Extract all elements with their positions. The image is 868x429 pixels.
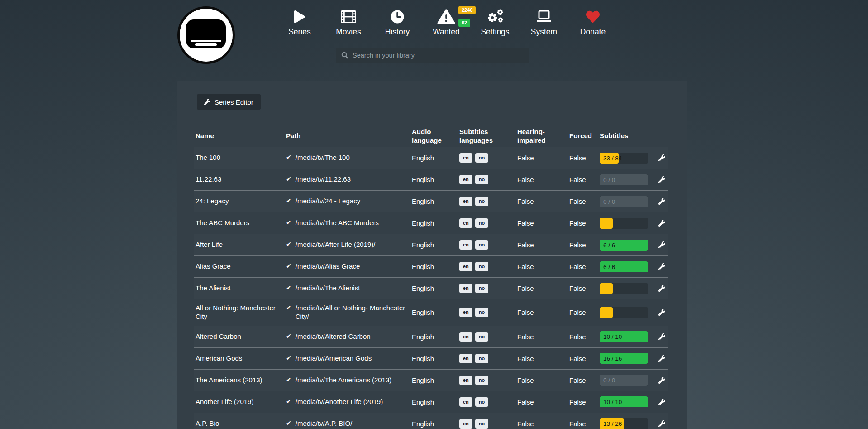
series-name: American Gods — [194, 354, 286, 363]
table-row: Altered Carbon ✔ /media/tv/Altered Carbo… — [194, 326, 668, 347]
series-path-cell: ✔ /media/tv/The Alienist — [286, 284, 412, 293]
header-forced: Forced — [569, 131, 600, 140]
play-icon — [293, 7, 306, 26]
subtitles-progress-bar: 10 / 10 — [600, 396, 648, 407]
series-name: The ABC Murders — [194, 219, 286, 227]
wrench-icon — [658, 377, 665, 384]
nav-item-settings[interactable]: Settings — [471, 7, 520, 37]
subtitles-progress-bar: 13 / 26 — [600, 418, 648, 429]
table-row: American Gods ✔ /media/tv/American Gods … — [194, 347, 668, 369]
edit-series-button[interactable] — [658, 333, 665, 340]
laptop-icon — [535, 7, 553, 26]
table-row: 24: Legacy ✔ /media/tv/24 - Legacy Engli… — [194, 190, 668, 212]
edit-series-button[interactable] — [658, 399, 665, 405]
language-badge: no — [475, 153, 488, 163]
wrench-icon — [204, 99, 210, 105]
edit-series-button[interactable] — [658, 355, 665, 362]
subtitles-progress-bar — [600, 283, 648, 294]
nav-item-series[interactable]: Series — [275, 7, 324, 37]
hearing-impaired-value: False — [517, 263, 569, 270]
nav-item-history[interactable]: History — [373, 7, 422, 37]
audio-language: English — [412, 241, 459, 249]
forced-value: False — [569, 219, 600, 227]
series-editor-button[interactable]: Series Editor — [197, 94, 261, 110]
table-row: The Americans (2013) ✔ /media/tv/The Ame… — [194, 369, 668, 391]
main-nav: Series Movies History — [275, 7, 617, 37]
subtitle-language-badges: enno — [459, 175, 517, 184]
forced-value: False — [569, 355, 600, 362]
forced-value: False — [569, 308, 600, 316]
series-path: /media/tv/Altered Carbon — [296, 333, 371, 341]
table-row: All or Nothing: Manchester City ✔ /media… — [194, 299, 668, 326]
subtitle-language-badges: enno — [459, 332, 517, 342]
series-path-cell: ✔ /media/tv/11.22.63 — [286, 175, 412, 184]
subtitles-progress-bar: 0 / 0 — [600, 174, 648, 185]
series-name: The Alienist — [194, 284, 286, 293]
bazarr-logo[interactable] — [177, 6, 235, 64]
check-icon: ✔ — [286, 333, 291, 341]
audio-language: English — [412, 355, 459, 362]
edit-series-button[interactable] — [658, 198, 665, 205]
library-search — [336, 48, 529, 63]
hearing-impaired-value: False — [517, 284, 569, 292]
language-badge: en — [459, 376, 472, 385]
subtitle-language-badges: enno — [459, 419, 517, 429]
series-path: /media/tv/After Life (2019)/ — [296, 241, 376, 249]
check-icon: ✔ — [286, 376, 291, 384]
subtitle-language-badges: enno — [459, 397, 517, 407]
language-badge: no — [475, 419, 488, 429]
check-icon: ✔ — [286, 354, 291, 362]
clock-icon — [390, 7, 405, 26]
series-name: Alias Grace — [194, 262, 286, 271]
language-badge: en — [459, 175, 472, 184]
series-path: /media/tv/The Alienist — [296, 284, 360, 293]
edit-series-button[interactable] — [658, 263, 665, 270]
edit-series-button[interactable] — [658, 309, 665, 316]
audio-language: English — [412, 198, 459, 205]
edit-series-button[interactable] — [658, 377, 665, 384]
edit-series-button[interactable] — [658, 420, 665, 427]
subtitle-language-badges: enno — [459, 262, 517, 271]
wanted-movies-count-badge: 62 — [458, 19, 470, 27]
header-audio: Audio language — [412, 127, 459, 145]
wrench-icon — [658, 263, 665, 270]
hearing-impaired-value: False — [517, 176, 569, 183]
wrench-icon — [658, 198, 665, 205]
forced-value: False — [569, 154, 600, 162]
language-badge: no — [475, 284, 488, 293]
subtitles-progress-label: 13 / 26 — [603, 420, 622, 427]
audio-language: English — [412, 154, 459, 162]
language-badge: no — [475, 175, 488, 184]
series-editor-panel: Series Editor Name Path Audio language S… — [177, 81, 687, 429]
series-path: /media/tv/The 100 — [296, 154, 350, 162]
forced-value: False — [569, 420, 600, 428]
table-row: The Alienist ✔ /media/tv/The Alienist En… — [194, 277, 668, 299]
check-icon: ✔ — [286, 241, 291, 249]
series-path-cell: ✔ /media/tv/All or Nothing- Manchester C… — [286, 304, 412, 321]
subtitles-progress-label: 6 / 6 — [603, 241, 615, 248]
warning-icon — [437, 7, 455, 26]
header-languages: Subtitles languages — [459, 127, 517, 145]
language-badge: en — [459, 397, 472, 407]
nav-item-wanted[interactable]: Wanted 2246 62 — [422, 7, 471, 37]
search-input[interactable] — [353, 52, 524, 59]
hearing-impaired-value: False — [517, 308, 569, 316]
series-editor-label: Series Editor — [215, 98, 253, 106]
hearing-impaired-value: False — [517, 154, 569, 162]
nav-item-donate[interactable]: Donate — [568, 7, 617, 37]
edit-series-button[interactable] — [658, 154, 665, 161]
subtitles-progress-label: 10 / 10 — [603, 333, 622, 340]
check-icon: ✔ — [286, 284, 291, 292]
nav-item-system[interactable]: System — [520, 7, 568, 37]
wrench-icon — [658, 241, 665, 248]
subtitles-progress-label: 0 / 0 — [603, 176, 615, 183]
series-name: 24: Legacy — [194, 197, 286, 206]
edit-series-button[interactable] — [658, 176, 665, 183]
subtitle-language-badges: enno — [459, 376, 517, 385]
nav-item-movies[interactable]: Movies — [324, 7, 373, 37]
hearing-impaired-value: False — [517, 376, 569, 384]
edit-series-button[interactable] — [658, 285, 665, 292]
edit-series-button[interactable] — [658, 220, 665, 227]
edit-series-button[interactable] — [658, 241, 665, 248]
language-badge: en — [459, 308, 472, 317]
